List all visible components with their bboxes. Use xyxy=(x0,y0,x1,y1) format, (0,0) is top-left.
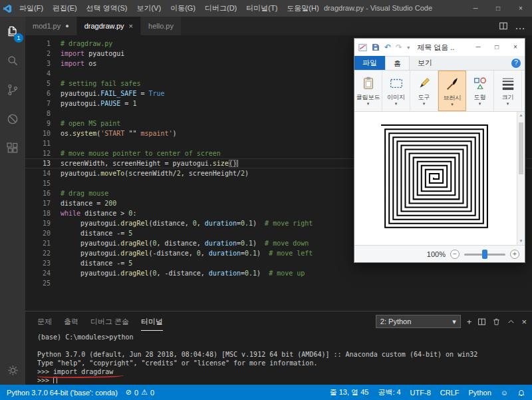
python-interpreter-status[interactable]: Python 3.7.0 64-bit ('base': conda) xyxy=(7,389,118,397)
paint-minimize-button[interactable]: ─ xyxy=(469,39,487,56)
eol-status[interactable]: CRLF xyxy=(440,389,460,397)
indentation-status[interactable]: 공백: 4 xyxy=(378,387,400,397)
undo-icon[interactable]: ↶ xyxy=(384,43,391,52)
quick-access-dropdown-icon[interactable]: ▾ xyxy=(407,45,410,51)
editor-tab-bar: mod1.py ● dragdraw.py × hello.py … xyxy=(25,17,532,35)
terminal-line xyxy=(37,341,528,350)
settings-gear-icon[interactable] xyxy=(0,355,25,385)
zoom-in-button[interactable]: + xyxy=(510,250,519,259)
status-bar: Python 3.7.0 64-bit ('base': conda) ⊘ 0 … xyxy=(0,385,532,400)
paint-ribbon-tabs: 파일 홈 보기 ? xyxy=(354,56,525,71)
ribbon-group-clipboard[interactable]: 클립보드▾ xyxy=(354,71,382,111)
feedback-smiley-icon[interactable]: ☺ xyxy=(501,389,508,397)
encoding-status[interactable]: UTF-8 xyxy=(410,389,431,397)
chevron-down-icon: ▾ xyxy=(452,317,456,326)
close-panel-icon[interactable]: × xyxy=(521,317,527,327)
terminal-line: (base) C:\modules>python xyxy=(37,333,528,341)
line-number: 20 xyxy=(25,228,51,238)
menu-view[interactable]: 보기(V) xyxy=(132,0,166,17)
panel-tab-problems[interactable]: 문제 xyxy=(37,313,52,331)
line-number: 16 xyxy=(25,188,51,198)
notifications-bell-icon[interactable] xyxy=(517,389,525,397)
line-number: 3 xyxy=(25,59,51,69)
line-number: 15 xyxy=(25,178,51,188)
zoom-slider-thumb[interactable] xyxy=(482,250,487,259)
tab-label: hello.py xyxy=(148,22,174,30)
zoom-out-button[interactable]: − xyxy=(450,250,460,259)
paint-tab-file[interactable]: 파일 xyxy=(354,56,385,70)
terminal-selector[interactable]: 2: Python ▾ xyxy=(376,315,461,328)
paint-app-icon xyxy=(358,43,367,52)
source-control-icon[interactable] xyxy=(0,75,25,104)
panel-tab-output[interactable]: 출력 xyxy=(64,313,78,331)
terminal-panel: 문제 출력 디버그 콘솔 터미널 2: Python ▾ + × (base) … xyxy=(25,311,532,385)
cursor-position-status[interactable]: 줄 13, 열 45 xyxy=(330,387,369,397)
ribbon-group-size[interactable]: 크기▾ xyxy=(494,71,522,111)
menu-terminal[interactable]: 터미널(T) xyxy=(241,0,282,17)
zoom-slider[interactable] xyxy=(464,250,505,259)
selection-icon xyxy=(389,74,404,93)
ribbon-group-brushes[interactable]: 브러시▾ xyxy=(438,71,466,111)
split-terminal-icon[interactable] xyxy=(477,317,486,326)
help-icon[interactable]: ? xyxy=(511,59,521,68)
ribbon-group-tools[interactable]: 도구▾ xyxy=(410,71,438,111)
menu-selection[interactable]: 선택 영역(S) xyxy=(82,0,132,17)
menu-go[interactable]: 이동(G) xyxy=(166,0,200,17)
new-terminal-icon[interactable]: + xyxy=(467,317,472,327)
paint-vertical-scrollbar[interactable]: ▲ ▼ xyxy=(517,112,525,245)
vscode-logo-icon xyxy=(0,4,15,13)
window-title: dragdraw.py - Visual Studio Code xyxy=(324,0,432,17)
panel-tab-terminal[interactable]: 터미널 xyxy=(141,313,163,331)
code-line[interactable]: 25 xyxy=(25,278,532,288)
paint-canvas[interactable]: ▲ ▼ xyxy=(354,112,525,245)
scroll-down-icon[interactable]: ▼ xyxy=(517,238,525,245)
editor-caret xyxy=(237,160,238,167)
group-label: 도형 xyxy=(474,94,486,100)
menu-file[interactable]: 파일(F) xyxy=(15,0,48,17)
paint-close-button[interactable]: × xyxy=(506,39,525,56)
tab-dragdraw[interactable]: dragdraw.py × xyxy=(77,17,141,35)
save-icon[interactable] xyxy=(372,43,380,51)
terminal-line: >>> import dragdraw xyxy=(37,367,528,376)
search-icon[interactable] xyxy=(0,46,25,75)
paint-tab-home[interactable]: 홈 xyxy=(385,56,410,70)
group-label: 클립보드 xyxy=(356,94,380,100)
pencil-icon xyxy=(417,74,432,93)
line-number: 4 xyxy=(25,69,51,79)
ribbon-group-image[interactable]: 이미지▾ xyxy=(382,71,410,111)
explorer-icon[interactable]: 1 xyxy=(0,17,25,46)
close-tab-icon[interactable]: × xyxy=(129,22,133,30)
tab-hello[interactable]: hello.py xyxy=(141,17,182,35)
problems-status[interactable]: ⊘ 0 ⚠ 0 xyxy=(126,388,154,397)
more-actions-icon[interactable]: … xyxy=(515,20,525,32)
ribbon-group-shapes[interactable]: 도형▾ xyxy=(466,71,494,111)
terminal-line: Python 3.7.0 (default, Jun 28 2018, 08:0… xyxy=(37,350,528,359)
minimize-button[interactable]: ─ xyxy=(464,0,487,17)
clipboard-icon xyxy=(361,74,376,93)
panel-tab-debug-console[interactable]: 디버그 콘솔 xyxy=(90,313,129,331)
tab-mod1[interactable]: mod1.py ● xyxy=(25,17,77,35)
maximize-panel-icon[interactable] xyxy=(507,317,515,326)
menu-help[interactable]: 도움말(H) xyxy=(282,0,323,17)
paint-maximize-button[interactable]: □ xyxy=(487,39,506,56)
language-mode-status[interactable]: Python xyxy=(469,389,491,397)
zoom-level: 100% xyxy=(427,250,446,258)
debug-icon[interactable] xyxy=(0,104,25,134)
terminal-output[interactable]: (base) C:\modules>pythonPython 3.7.0 (de… xyxy=(37,333,528,383)
spiral-drawing xyxy=(354,112,517,245)
line-number: 18 xyxy=(25,208,51,218)
code-line[interactable]: 24 pyautogui.dragRel(0, -distance, durat… xyxy=(25,268,532,278)
titlebar: 파일(F) 편집(E) 선택 영역(S) 보기(V) 이동(G) 디버그(D) … xyxy=(0,0,532,17)
close-button[interactable]: × xyxy=(509,0,532,17)
scroll-up-icon[interactable]: ▲ xyxy=(517,112,525,119)
group-label: 도구 xyxy=(418,94,430,100)
menu-debug[interactable]: 디버그(D) xyxy=(200,0,241,17)
extensions-icon[interactable] xyxy=(0,134,25,163)
split-editor-icon[interactable] xyxy=(499,21,508,31)
kill-terminal-trash-icon[interactable] xyxy=(492,317,501,326)
menu-edit[interactable]: 편집(E) xyxy=(48,0,82,17)
scrollbar-thumb[interactable] xyxy=(519,122,523,174)
paint-tab-view[interactable]: 보기 xyxy=(410,56,440,70)
maximize-button[interactable]: □ xyxy=(487,0,509,17)
group-label: 이미지 xyxy=(387,94,405,100)
